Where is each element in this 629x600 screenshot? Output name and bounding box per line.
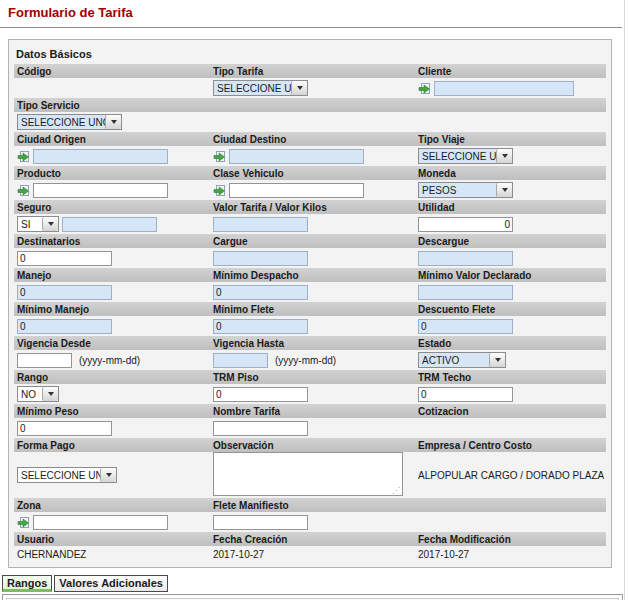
trm-piso-label: TRM Piso: [213, 372, 418, 383]
manejo-field: [17, 285, 213, 300]
seguro-select[interactable]: SI: [17, 216, 59, 232]
manejo-input[interactable]: [17, 285, 112, 300]
destinatarios-label: Destinatarios: [17, 236, 213, 247]
zona-field: [17, 515, 213, 530]
trm-piso-input[interactable]: [213, 387, 308, 402]
zona-input[interactable]: [33, 515, 168, 530]
labelbar-row13: Zona Flete Manifiesto: [14, 498, 606, 512]
empresa-centro-costo-label: Empresa / Centro Costo: [418, 440, 606, 451]
moneda-label: Moneda: [418, 168, 606, 179]
minimo-manejo-field: [17, 319, 213, 334]
empresa-centro-costo-value: ALPOPULAR CARGO / DORADO PLAZA: [418, 470, 604, 481]
minimo-manejo-label: Mínimo Manejo: [17, 304, 213, 315]
forma-pago-field: SELECCIONE UNO: [17, 467, 213, 483]
labelbar-row6: Destinatarios Cargue Descargue: [14, 234, 606, 248]
usuario-field: CHERNANDEZ: [17, 549, 213, 560]
page-right-edge: [624, 0, 625, 600]
rango-select[interactable]: NO: [17, 386, 59, 402]
descargue-input[interactable]: [418, 251, 513, 266]
observacion-field: ⋰: [213, 452, 418, 498]
observacion-textarea[interactable]: [213, 452, 403, 496]
tipo-tarifa-field: SELECCIONE UNO: [213, 80, 418, 96]
labelbar-row1: Código Tipo Tarifa Cliente: [14, 64, 606, 78]
minimo-valor-declarado-input[interactable]: [418, 285, 513, 300]
vigencia-hasta-input[interactable]: [213, 353, 268, 368]
vigencia-hasta-format-hint: (yyyy-mm-dd): [275, 355, 336, 366]
destinatarios-input[interactable]: [17, 251, 112, 266]
labelbar-row11: Mínimo Peso Nombre Tarifa Cotizacion: [14, 404, 606, 418]
valrow-row7: [14, 282, 606, 302]
trm-techo-field: [418, 387, 606, 402]
tipo-servicio-select[interactable]: SELECCIONE UNO: [17, 114, 122, 130]
usuario-value: CHERNANDEZ: [17, 549, 86, 560]
clase-vehiculo-input[interactable]: [229, 183, 364, 198]
ciudad-origen-input[interactable]: [33, 149, 168, 164]
valrow-row10: NO: [14, 384, 606, 404]
fecha-modificacion-value: 2017-10-27: [418, 549, 469, 560]
utilidad-input[interactable]: [418, 217, 513, 232]
cliente-lookup-icon[interactable]: [418, 82, 431, 95]
labelbar-row5: Seguro Valor Tarifa / Valor Kilos Utilid…: [14, 200, 606, 214]
ciudad-origen-lookup-icon[interactable]: [17, 150, 30, 163]
minimo-flete-label: Mínimo Flete: [213, 304, 418, 315]
vigencia-desde-input[interactable]: [17, 353, 72, 368]
nombre-tarifa-input[interactable]: [213, 421, 308, 436]
ciudad-destino-lookup-icon[interactable]: [213, 150, 226, 163]
valrow-row6: [14, 248, 606, 268]
ciudad-destino-label: Ciudad Destino: [213, 134, 418, 145]
trm-techo-input[interactable]: [418, 387, 513, 402]
tipo-servicio-select-value: SELECCIONE UNO: [18, 117, 105, 128]
tab-valores-adicionales[interactable]: Valores Adicionales: [54, 575, 168, 592]
minimo-despacho-field: [213, 285, 418, 300]
descargue-label: Descargue: [418, 236, 606, 247]
vigencia-desde-format-hint: (yyyy-mm-dd): [79, 355, 140, 366]
tipo-viaje-select[interactable]: SELECCIONE UNO: [418, 148, 513, 164]
valor-tarifa-label: Valor Tarifa / Valor Kilos: [213, 202, 418, 213]
vigencia-hasta-label: Vigencia Hasta: [213, 338, 418, 349]
minimo-flete-input[interactable]: [213, 319, 308, 334]
minimo-manejo-input[interactable]: [17, 319, 112, 334]
tipo-servicio-field: SELECCIONE UNO: [17, 114, 213, 130]
producto-label: Producto: [17, 168, 213, 179]
tab-rangos[interactable]: Rangos: [2, 575, 52, 592]
descuento-flete-input[interactable]: [418, 319, 513, 334]
valrow-row5: SI: [14, 214, 606, 234]
seguro-input[interactable]: [62, 217, 157, 232]
moneda-select[interactable]: PESOS: [418, 182, 513, 198]
ciudad-origen-field: [17, 149, 213, 164]
tipo-servicio-label: Tipo Servicio: [17, 100, 213, 111]
zona-label: Zona: [17, 500, 213, 511]
zona-lookup-icon[interactable]: [17, 516, 30, 529]
minimo-peso-input[interactable]: [17, 421, 112, 436]
utilidad-label: Utilidad: [418, 202, 606, 213]
forma-pago-label: Forma Pago: [17, 440, 213, 451]
panel-legend: Datos Básicos: [14, 44, 606, 64]
minimo-valor-declarado-label: Mínimo Valor Declarado: [418, 270, 606, 281]
producto-lookup-icon[interactable]: [17, 184, 30, 197]
cliente-label: Cliente: [418, 66, 606, 77]
valor-tarifa-input[interactable]: [213, 217, 308, 232]
producto-input[interactable]: [33, 183, 168, 198]
forma-pago-select[interactable]: SELECCIONE UNO: [17, 467, 117, 483]
tipo-viaje-field: SELECCIONE UNO: [418, 148, 606, 164]
ciudad-destino-input[interactable]: [229, 149, 364, 164]
minimo-despacho-input[interactable]: [213, 285, 308, 300]
cargue-input[interactable]: [213, 251, 308, 266]
minimo-valor-declarado-field: [418, 285, 606, 300]
moneda-select-value: PESOS: [419, 185, 496, 196]
fecha-creacion-label: Fecha Creación: [213, 534, 418, 545]
rango-label: Rango: [17, 372, 213, 383]
valrow-row8: [14, 316, 606, 336]
valrow-row3: SELECCIONE UNO: [14, 146, 606, 166]
seguro-label: Seguro: [17, 202, 213, 213]
flete-manifiesto-input[interactable]: [213, 515, 308, 530]
estado-select[interactable]: ACTIVO: [418, 352, 506, 368]
nombre-tarifa-label: Nombre Tarifa: [213, 406, 418, 417]
chevron-down-icon: [42, 387, 58, 401]
cargue-field: [213, 251, 418, 266]
cliente-input[interactable]: [434, 81, 574, 96]
clase-vehiculo-lookup-icon[interactable]: [213, 184, 226, 197]
tipo-tarifa-select[interactable]: SELECCIONE UNO: [213, 80, 308, 96]
cotizacion-label: Cotizacion: [418, 406, 606, 417]
labelbar-row14: Usuario Fecha Creación Fecha Modificació…: [14, 532, 606, 546]
